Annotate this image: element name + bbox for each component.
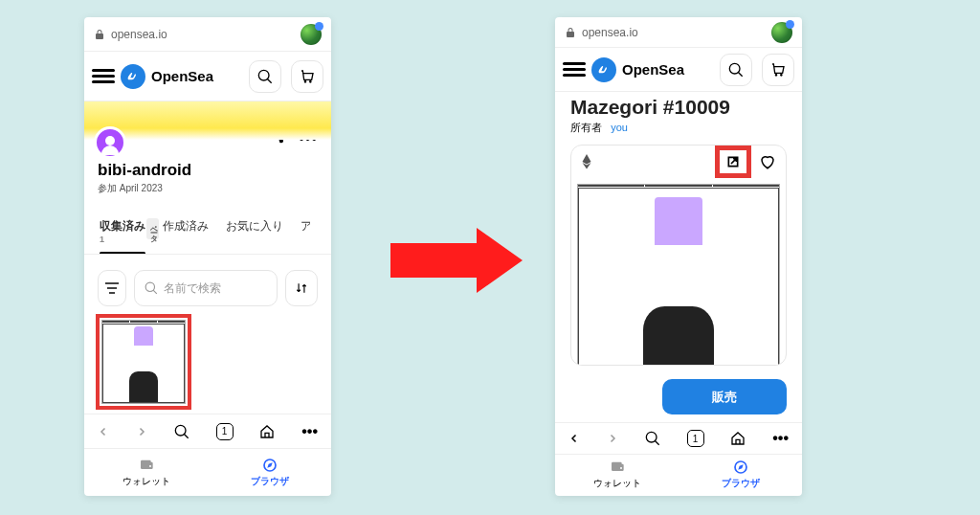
brand-logo[interactable]: OpenSea xyxy=(121,64,213,89)
phone-right: opensea.io OpenSea Mazegori #10009 所有者 y… xyxy=(555,17,802,496)
bottom-nav: ウォレット ブラウザ xyxy=(84,448,331,496)
item-header: Mazegori #10009 xyxy=(555,92,802,119)
bottom-tab-browser[interactable]: ブラウザ xyxy=(679,455,802,496)
owner-link[interactable]: you xyxy=(611,122,628,133)
profile-section: ••• bibi-android 参加 April 2023 xyxy=(84,101,331,205)
joined-date: 参加 April 2023 xyxy=(98,182,318,195)
search-button[interactable] xyxy=(720,54,752,86)
filter-button[interactable] xyxy=(98,270,126,306)
browser-toolbar: 1 ••• xyxy=(84,414,331,448)
phone-left: opensea.io OpenSea ••• bibi-android xyxy=(84,17,331,496)
bottom-nav: ウォレット ブラウザ xyxy=(555,454,802,496)
open-original-highlight[interactable] xyxy=(715,146,751,178)
browser-more-icon[interactable]: ••• xyxy=(301,423,318,440)
cart-button[interactable] xyxy=(762,54,794,86)
tab-activity[interactable]: アイ xyxy=(301,218,310,254)
brand-logo[interactable]: OpenSea xyxy=(591,57,684,82)
lock-icon xyxy=(94,29,105,40)
item-image[interactable] xyxy=(571,178,786,366)
browser-toolbar: 1 ••• xyxy=(555,422,802,453)
back-icon[interactable] xyxy=(98,426,109,437)
home-icon[interactable] xyxy=(259,424,275,439)
forward-icon[interactable] xyxy=(607,433,618,444)
nft-image xyxy=(101,320,186,404)
owner-label: 所有者 xyxy=(570,122,602,133)
search-button[interactable] xyxy=(249,60,281,93)
bottom-tab-browser[interactable]: ブラウザ xyxy=(208,449,331,496)
address-bar[interactable]: opensea.io xyxy=(555,17,802,48)
brand-name: OpenSea xyxy=(622,61,684,78)
url-text: opensea.io xyxy=(582,26,638,39)
home-icon[interactable] xyxy=(730,431,746,446)
tab-favorites[interactable]: お気に入り xyxy=(226,218,283,254)
ethereum-icon[interactable] xyxy=(581,154,592,169)
tabs-count-icon[interactable]: 1 xyxy=(216,423,234,440)
lock-icon xyxy=(565,27,576,38)
profile-avatar[interactable] xyxy=(94,126,126,159)
url-text: opensea.io xyxy=(111,28,167,41)
menu-button[interactable] xyxy=(563,59,586,79)
tab-created[interactable]: 作成済み xyxy=(163,218,209,254)
item-card xyxy=(570,145,787,366)
favorite-icon[interactable] xyxy=(759,153,776,170)
bottom-tab-wallet[interactable]: ウォレット xyxy=(555,455,679,496)
browser-more-icon[interactable]: ••• xyxy=(772,430,789,447)
opensea-logo-icon xyxy=(591,57,616,82)
nft-thumbnail-highlight[interactable] xyxy=(96,314,191,410)
wallet-avatar-icon[interactable] xyxy=(771,22,792,43)
address-bar[interactable]: opensea.io xyxy=(84,17,331,52)
bottom-tab-wallet[interactable]: ウォレット xyxy=(84,449,208,496)
sell-button[interactable]: 販売 xyxy=(662,379,787,414)
app-header: OpenSea xyxy=(555,48,802,92)
opensea-logo-icon xyxy=(121,64,145,89)
back-icon[interactable] xyxy=(568,433,580,444)
forward-icon[interactable] xyxy=(136,426,147,437)
search-input[interactable]: 名前で検索 xyxy=(134,270,278,306)
beta-pill: ベータ xyxy=(146,218,159,239)
filter-row: 名前で検索 xyxy=(84,255,331,314)
sort-button[interactable] xyxy=(285,270,318,306)
app-header: OpenSea xyxy=(84,52,331,101)
arrow-right-icon xyxy=(390,228,523,293)
cart-button[interactable] xyxy=(291,60,323,93)
profile-username: bibi-android xyxy=(98,161,318,180)
brand-name: OpenSea xyxy=(151,68,213,84)
browser-search-icon[interactable] xyxy=(645,431,660,446)
tabs-count-icon[interactable]: 1 xyxy=(687,430,704,447)
menu-button[interactable] xyxy=(92,66,115,86)
tab-collected[interactable]: 収集済み ベータ 1 xyxy=(100,218,145,254)
browser-search-icon[interactable] xyxy=(174,424,189,439)
owner-row: 所有者 you xyxy=(555,119,802,145)
item-title: Mazegori #10009 xyxy=(570,96,787,119)
item-card-header xyxy=(571,146,786,178)
profile-tabs: 収集済み ベータ 1 作成済み お気に入り アイ xyxy=(84,205,331,255)
search-placeholder: 名前で検索 xyxy=(164,280,221,297)
wallet-avatar-icon[interactable] xyxy=(301,24,322,45)
